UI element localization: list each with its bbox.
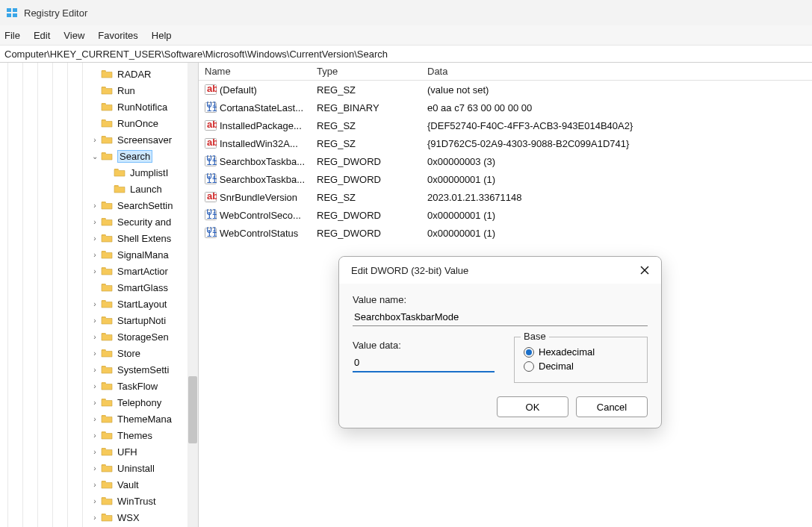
chevron-right-icon[interactable]: › bbox=[89, 267, 101, 275]
chevron-right-icon[interactable]: › bbox=[89, 333, 101, 341]
col-name[interactable]: Name bbox=[199, 63, 311, 80]
value-data: 0x00000003 (3) bbox=[421, 156, 812, 167]
address-bar[interactable]: Computer\HKEY_CURRENT_USER\Software\Micr… bbox=[0, 45, 812, 63]
tree-node[interactable]: ›SignalMana bbox=[0, 246, 198, 263]
menu-help[interactable]: Help bbox=[152, 30, 172, 41]
scroll-thumb[interactable] bbox=[188, 376, 197, 443]
value-name: InstalledPackage... bbox=[220, 120, 302, 131]
value-data: e0 aa c7 63 00 00 00 00 bbox=[421, 102, 812, 113]
value-row[interactable]: abInstalledWin32A...REG_SZ{91D762C5-02A9… bbox=[199, 134, 812, 152]
value-name: WebControlStatus bbox=[220, 228, 298, 239]
radio-dec[interactable]: Decimal bbox=[524, 361, 638, 372]
tree-node-label: Run bbox=[117, 85, 135, 96]
chevron-right-icon[interactable]: › bbox=[89, 234, 101, 243]
tree-node[interactable]: ›Vault bbox=[0, 476, 198, 493]
regedit-icon bbox=[6, 7, 18, 19]
tree-node[interactable]: ⌄Search bbox=[0, 148, 198, 164]
tree-node-label: Uninstall bbox=[117, 463, 155, 474]
edit-dword-dialog: Edit DWORD (32-bit) Value Value name: Va… bbox=[338, 256, 662, 428]
binary-value-icon: 011110 bbox=[205, 209, 217, 221]
tree-node[interactable]: ›TaskFlow bbox=[0, 378, 198, 394]
chevron-right-icon[interactable]: › bbox=[89, 366, 101, 374]
tree-node[interactable]: ›Security and bbox=[0, 213, 198, 230]
svg-text:110: 110 bbox=[206, 156, 216, 167]
tree-node[interactable]: ›SearchSettin bbox=[0, 197, 198, 213]
chevron-right-icon[interactable]: › bbox=[89, 481, 101, 489]
tree-node[interactable]: ›Screensaver bbox=[0, 131, 198, 148]
chevron-right-icon[interactable]: › bbox=[89, 431, 101, 440]
chevron-right-icon[interactable]: › bbox=[89, 251, 101, 259]
chevron-right-icon[interactable]: › bbox=[89, 316, 101, 325]
tree-node[interactable]: ·RADAR bbox=[0, 66, 198, 82]
radio-dec-dot bbox=[524, 361, 534, 372]
value-row[interactable]: 011110SearchboxTaskba...REG_DWORD0x00000… bbox=[199, 152, 812, 170]
ok-button[interactable]: OK bbox=[497, 396, 568, 417]
tree-node[interactable]: ›WinTrust bbox=[0, 493, 198, 509]
tree-node[interactable]: ·JumplistI bbox=[0, 164, 198, 181]
menu-edit[interactable]: Edit bbox=[34, 30, 50, 41]
binary-value-icon: 011110 bbox=[205, 102, 217, 113]
chevron-right-icon[interactable]: › bbox=[89, 415, 101, 423]
menu-favorites[interactable]: Favorites bbox=[98, 30, 137, 41]
col-type[interactable]: Type bbox=[311, 63, 421, 80]
value-row[interactable]: 011110CortanaStateLast...REG_BINARYe0 aa… bbox=[199, 99, 812, 116]
menubar: File Edit View Favorites Help bbox=[0, 25, 812, 45]
tree-node[interactable]: ›SystemSetti bbox=[0, 361, 198, 378]
chevron-right-icon[interactable]: › bbox=[89, 514, 101, 522]
chevron-right-icon[interactable]: › bbox=[89, 399, 101, 407]
chevron-right-icon[interactable]: › bbox=[89, 448, 101, 456]
value-name-field[interactable] bbox=[353, 308, 648, 326]
chevron-right-icon[interactable]: › bbox=[89, 136, 101, 144]
radio-hex[interactable]: Hexadecimal bbox=[524, 346, 638, 358]
tree-node[interactable]: ·RunNotifica bbox=[0, 99, 198, 115]
folder-icon bbox=[101, 282, 113, 293]
tree-node[interactable]: ·SmartGlass bbox=[0, 279, 198, 296]
tree-node[interactable]: ›StorageSen bbox=[0, 328, 198, 345]
tree-node-label: SmartGlass bbox=[117, 282, 168, 293]
menu-view[interactable]: View bbox=[63, 30, 84, 41]
tree-node[interactable]: ›Themes bbox=[0, 427, 198, 443]
chevron-right-icon[interactable]: › bbox=[89, 464, 101, 473]
tree-node-label: StorageSen bbox=[117, 331, 169, 343]
folder-icon bbox=[101, 364, 113, 375]
value-row[interactable]: abInstalledPackage...REG_SZ{DEF52740-F40… bbox=[199, 116, 812, 134]
cancel-button[interactable]: Cancel bbox=[576, 396, 648, 417]
folder-icon bbox=[101, 348, 113, 358]
chevron-right-icon[interactable]: › bbox=[89, 300, 101, 308]
tree-node[interactable]: ›StartupNoti bbox=[0, 312, 198, 328]
folder-icon bbox=[101, 266, 113, 276]
value-row[interactable]: 011110SearchboxTaskba...REG_DWORD0x00000… bbox=[199, 170, 812, 188]
close-icon[interactable] bbox=[639, 264, 651, 276]
radio-dec-label: Decimal bbox=[539, 361, 574, 372]
value-data-field[interactable] bbox=[353, 354, 495, 372]
col-data[interactable]: Data bbox=[421, 63, 812, 80]
tree-node[interactable]: ›Shell Extens bbox=[0, 230, 198, 246]
chevron-right-icon[interactable]: › bbox=[89, 218, 101, 226]
tree-scrollbar[interactable] bbox=[187, 63, 198, 527]
value-row[interactable]: abSnrBundleVersionREG_SZ2023.01.21.33671… bbox=[199, 188, 812, 206]
svg-text:110: 110 bbox=[207, 228, 217, 239]
svg-rect-2 bbox=[7, 13, 11, 17]
chevron-right-icon[interactable]: › bbox=[89, 202, 101, 210]
tree-node[interactable]: ›ThemeMana bbox=[0, 411, 198, 427]
value-row[interactable]: 011110WebControlStatusREG_DWORD0x0000000… bbox=[199, 224, 812, 242]
tree-node[interactable]: ›Telephony bbox=[0, 394, 198, 411]
chevron-right-icon[interactable]: › bbox=[89, 349, 101, 358]
value-row[interactable]: ab(Default)REG_SZ(value not set) bbox=[199, 81, 812, 99]
tree-node[interactable]: ›StartLayout bbox=[0, 296, 198, 312]
value-row[interactable]: 011110WebControlSeco...REG_DWORD0x000000… bbox=[199, 206, 812, 224]
tree-node[interactable]: ›SmartActior bbox=[0, 263, 198, 279]
tree-node[interactable]: ›Store bbox=[0, 345, 198, 361]
tree-node[interactable]: ›UFH bbox=[0, 443, 198, 460]
tree-node[interactable]: ›WSX bbox=[0, 509, 198, 526]
chevron-down-icon[interactable]: ⌄ bbox=[89, 152, 101, 160]
tree-node[interactable]: ·Run bbox=[0, 82, 198, 99]
tree-node[interactable]: ·Launch bbox=[0, 181, 198, 197]
tree-node[interactable]: ·RunOnce bbox=[0, 115, 198, 131]
tree-node[interactable]: ›Uninstall bbox=[0, 460, 198, 476]
menu-file[interactable]: File bbox=[4, 30, 20, 41]
tree-node-label: Launch bbox=[130, 184, 162, 195]
chevron-right-icon[interactable]: › bbox=[89, 382, 101, 390]
chevron-right-icon[interactable]: › bbox=[89, 497, 101, 505]
binary-value-icon: 011110 bbox=[205, 155, 217, 167]
